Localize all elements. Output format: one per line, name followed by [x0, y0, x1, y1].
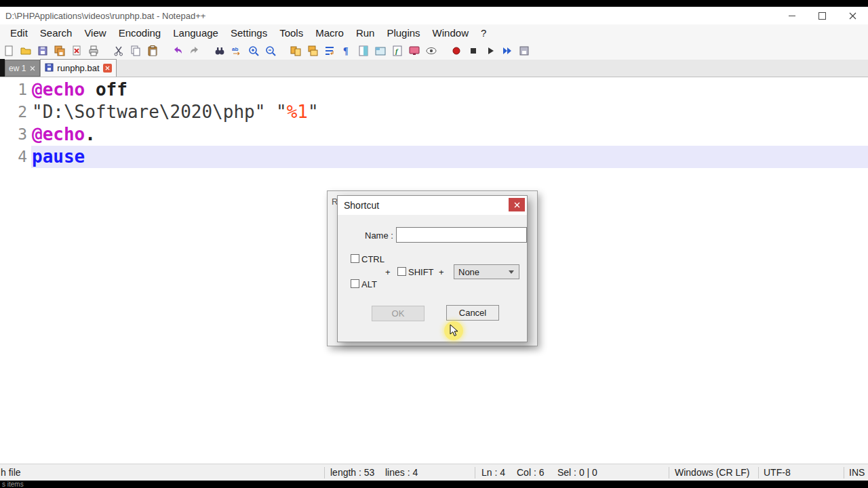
- encoding-status[interactable]: UTF-8: [764, 467, 791, 478]
- toolbar: ab ¶ f: [0, 42, 868, 60]
- code-area: @echo off "D:\Software\2020\php" "%1" @e…: [32, 79, 319, 168]
- menu-search[interactable]: Search: [34, 24, 79, 42]
- cursor-arrow-icon: [450, 324, 459, 338]
- name-label: Name :: [365, 230, 393, 241]
- tab-runphp-bat[interactable]: runphp.bat: [40, 59, 116, 77]
- tab-bar: ew 1 runphp.bat: [0, 60, 868, 77]
- save-all-icon[interactable]: [54, 45, 66, 57]
- replace-icon[interactable]: ab: [231, 45, 243, 57]
- close-icon: [849, 12, 856, 20]
- alt-checkbox[interactable]: [351, 279, 359, 288]
- tab-label: ew 1: [9, 64, 26, 73]
- playback-icon[interactable]: [484, 45, 496, 57]
- view-eye-icon[interactable]: [425, 45, 437, 57]
- save-icon[interactable]: [37, 45, 49, 57]
- title-bar[interactable]: D:\PHPApplications\videos\runphp.bat - N…: [0, 7, 868, 24]
- window-title: D:\PHPApplications\videos\runphp.bat - N…: [5, 11, 205, 21]
- saved-file-icon: [45, 62, 54, 75]
- zoom-out-icon[interactable]: [264, 45, 277, 57]
- menu-window[interactable]: Window: [427, 24, 475, 42]
- code-segment: @echo: [32, 124, 85, 144]
- screen: D:\PHPApplications\videos\runphp.bat - N…: [0, 0, 868, 488]
- monitor-icon[interactable]: [408, 45, 420, 57]
- find-icon[interactable]: [214, 45, 226, 57]
- function-list-icon[interactable]: f: [391, 45, 403, 57]
- background-window-clipped-text: s items: [2, 481, 24, 488]
- document-map-icon[interactable]: [357, 45, 370, 57]
- sync-scroll-vertical-icon[interactable]: [290, 45, 302, 57]
- save-macro-icon[interactable]: [518, 45, 530, 57]
- maximize-button[interactable]: [807, 7, 837, 24]
- show-all-characters-icon[interactable]: ¶: [340, 45, 353, 57]
- menu-help[interactable]: ?: [475, 24, 492, 42]
- line-position-status: Ln : 4: [481, 467, 505, 478]
- redo-icon[interactable]: [189, 45, 201, 57]
- ctrl-checkbox[interactable]: [351, 254, 359, 263]
- status-separator: [324, 467, 325, 479]
- cut-icon[interactable]: [113, 45, 125, 57]
- status-separator: [669, 467, 669, 479]
- stop-recording-icon[interactable]: [467, 45, 479, 57]
- code-segment: off: [85, 79, 127, 100]
- shortcut-name-input[interactable]: [396, 227, 527, 243]
- close-document-icon[interactable]: [71, 45, 83, 57]
- insert-mode-status[interactable]: INS: [849, 467, 865, 478]
- run-macro-multiple-icon[interactable]: [501, 45, 513, 57]
- doc-type-status: h file: [1, 467, 21, 478]
- chevron-down-icon: [509, 270, 514, 274]
- top-letterbox-bar: [0, 0, 868, 7]
- line-number: 3: [0, 123, 27, 146]
- toolbar-separator: [205, 51, 209, 52]
- plus-sign: +: [385, 267, 391, 277]
- cancel-button[interactable]: Cancel: [446, 305, 499, 321]
- menu-bar: Edit Search View Encoding Language Setti…: [0, 24, 868, 42]
- eol-format-status[interactable]: Windows (CR LF): [675, 467, 749, 478]
- menu-plugins[interactable]: Plugins: [380, 24, 426, 42]
- close-tab-icon[interactable]: [28, 64, 36, 72]
- menu-tools[interactable]: Tools: [273, 24, 309, 42]
- svg-text:ab: ab: [232, 46, 238, 52]
- print-icon[interactable]: [87, 45, 100, 57]
- zoom-in-icon[interactable]: [248, 45, 260, 57]
- undo-icon[interactable]: [172, 45, 184, 57]
- status-separator: [758, 467, 759, 479]
- folder-as-workspace-icon[interactable]: [374, 45, 387, 57]
- minimize-icon: [789, 16, 795, 16]
- close-button[interactable]: [837, 7, 868, 24]
- shift-checkbox[interactable]: [397, 267, 406, 276]
- line-number: 4: [0, 146, 27, 168]
- open-icon[interactable]: [20, 45, 32, 57]
- shortcut-dialog-close-button[interactable]: [509, 198, 525, 211]
- word-wrap-icon[interactable]: [323, 45, 336, 57]
- menu-view[interactable]: View: [78, 24, 112, 42]
- alt-label: ALT: [361, 279, 377, 289]
- shortcut-dialog: Shortcut Name : CTRL + SHIFT + None ALT …: [337, 195, 528, 342]
- menu-macro[interactable]: Macro: [309, 24, 350, 42]
- menu-encoding[interactable]: Encoding: [113, 24, 167, 42]
- menu-language[interactable]: Language: [167, 24, 224, 42]
- code-segment: "D:\Software\2020\php" ": [32, 102, 287, 122]
- new-file-icon[interactable]: [3, 45, 15, 57]
- tab-new-1[interactable]: ew 1: [5, 60, 40, 77]
- toolbar-separator: [104, 51, 108, 52]
- sync-scroll-horizontal-icon[interactable]: [307, 45, 319, 57]
- paste-icon[interactable]: [146, 45, 159, 57]
- menu-settings[interactable]: Settings: [224, 24, 273, 42]
- ctrl-label: CTRL: [361, 254, 384, 264]
- copy-icon[interactable]: [130, 45, 142, 57]
- start-recording-icon[interactable]: [450, 45, 462, 57]
- shortcut-dialog-titlebar[interactable]: Shortcut: [338, 196, 527, 215]
- menu-edit[interactable]: Edit: [4, 24, 34, 42]
- line-number-gutter[interactable]: 1 2 3 4: [0, 79, 27, 168]
- code-segment: @echo: [32, 79, 85, 100]
- status-separator: [475, 467, 475, 479]
- key-dropdown[interactable]: None: [454, 264, 519, 279]
- status-bar: h file length : 53 lines : 4 Ln : 4 Col …: [0, 464, 868, 481]
- code-line-3: @echo.: [32, 123, 319, 146]
- ok-button[interactable]: OK: [372, 306, 425, 321]
- minimize-button[interactable]: [776, 7, 807, 24]
- key-dropdown-value: None: [458, 267, 509, 277]
- close-tab-icon[interactable]: [103, 64, 112, 73]
- menu-run[interactable]: Run: [350, 24, 381, 42]
- code-line-2: "D:\Software\2020\php" "%1": [32, 101, 319, 123]
